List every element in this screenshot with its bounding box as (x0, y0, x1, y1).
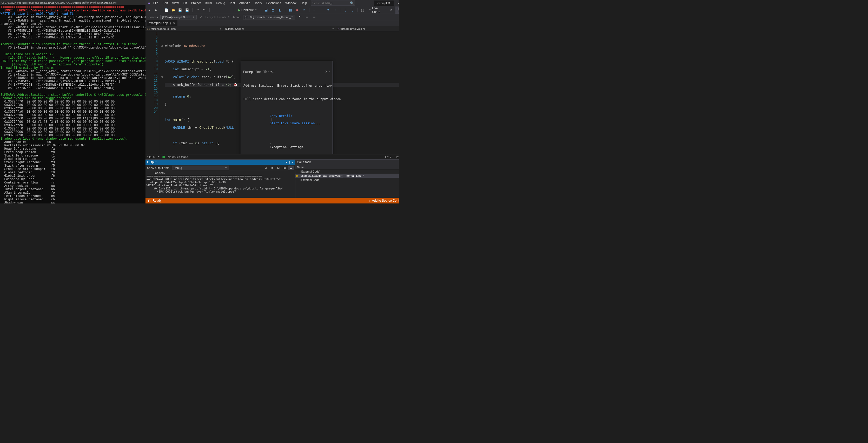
menu-debug[interactable]: Debug (214, 1, 227, 5)
callstack-row[interactable]: [External Code] (296, 169, 399, 174)
console-titlebar[interactable]: ⧉ C:\MSDN\cpp-docs-pr\docs\c-language\AS… (0, 0, 146, 5)
menu-edit[interactable]: Edit (160, 1, 170, 5)
status-col[interactable]: Ch: 1 (395, 156, 399, 159)
status-line[interactable]: Ln: 7 (385, 156, 392, 159)
continue-button[interactable]: ▶ Continue ▼ (237, 7, 258, 13)
output-opt-icon2[interactable]: ⊞ (282, 166, 287, 170)
new-file-icon[interactable]: 📄 (164, 7, 169, 13)
vs-titlebar: ◈ FileEditViewGitProjectBuildDebugTestAn… (146, 0, 399, 6)
zoom-chevron-icon[interactable]: ▼ (158, 156, 160, 158)
step-into-icon[interactable]: ↓ (318, 7, 324, 13)
status-ok-icon (162, 156, 165, 158)
close-icon[interactable]: ✕ (173, 22, 175, 25)
output-text[interactable]: loaded. ================================… (146, 171, 295, 198)
thread-flag-icon[interactable]: ⚑ (297, 14, 302, 20)
menu-project[interactable]: Project (189, 1, 203, 5)
chevron-down-icon: ▼ (220, 28, 222, 30)
auto-scroll-icon[interactable]: ⬓ (288, 166, 293, 170)
open-file-icon[interactable]: 📂 (171, 7, 176, 13)
restart-icon[interactable]: ⟳ (301, 7, 307, 13)
output-from-label: Show output from: (147, 166, 170, 169)
exception-message: Address Sanitizer Error: Stack buffer un… (241, 82, 332, 89)
menu-file[interactable]: File (151, 1, 160, 5)
quick-search[interactable]: 🔍 (311, 1, 355, 6)
code-context-bar: ⬚ Miscellaneous Files ▼ (Global Scope) ▼… (146, 26, 399, 32)
redo-icon[interactable]: ↷ (202, 7, 207, 13)
context-project[interactable]: ⬚ Miscellaneous Files ▼ (146, 26, 223, 31)
feedback-icon[interactable]: ☺ (389, 7, 394, 13)
context-project-label: Miscellaneous Files (151, 27, 176, 30)
callstack-row[interactable]: ▶ example3.exe!thread_proc(void * __form… (296, 174, 399, 178)
popup-pin-icon[interactable]: ⚲ (325, 70, 327, 73)
callstack-rows[interactable]: [External Code] ▶ example3.exe!thread_pr… (296, 169, 399, 198)
output-opt-icon[interactable]: ⊟ (276, 166, 281, 170)
context-member[interactable]: ◇ thread_proc(void *) ▼ (336, 26, 399, 31)
menu-extensions[interactable]: Extensions (264, 1, 283, 5)
save-all-icon[interactable]: 💾 (184, 7, 190, 13)
panel-dropdown-icon[interactable]: ▼ (285, 161, 288, 164)
pause-icon[interactable]: ▮▮ (288, 7, 293, 13)
nav-back-button[interactable]: ◄ (147, 7, 152, 13)
current-frame-icon: ▶ (297, 174, 300, 177)
menu-view[interactable]: View (170, 1, 181, 5)
add-src-control-icon[interactable]: ↑ (369, 199, 370, 202)
process-label: Process: (148, 15, 159, 19)
menu-analyze[interactable]: Analyze (237, 1, 252, 5)
bottom-panels: Output ▼ ⚲ ✕ Show output from: Debug ▼ ⊘ (146, 159, 399, 198)
undo-icon[interactable]: ↶ (195, 7, 200, 13)
output-from-dropdown[interactable]: Debug ▼ (172, 166, 229, 170)
debug-extra-1[interactable]: ⋮ (343, 7, 348, 13)
minimize-button[interactable]: — (396, 2, 399, 5)
start-liveshare-link[interactable]: Start Live Share session... (270, 122, 320, 125)
pin-icon[interactable]: ⚲ (169, 22, 172, 25)
live-share-button[interactable]: ⇪ Live Share (367, 6, 387, 14)
nav-fwd-button[interactable]: ► (154, 7, 159, 13)
clear-output-icon[interactable]: ⊘ (264, 166, 269, 170)
debug-icon-3[interactable]: ◧ (277, 7, 283, 13)
panel-close-icon[interactable]: ✕ (291, 161, 293, 164)
console-output[interactable]: ========================================… (0, 5, 146, 203)
tab-example3[interactable]: example3.cpp ⚲ ✕ (147, 20, 178, 26)
exception-title: Exception Thrown (243, 70, 275, 74)
callstack-title: Call Stack (297, 160, 311, 164)
debug-icon-1[interactable]: ⬓ (264, 7, 269, 13)
status-debug-icon: ◧ (148, 199, 150, 202)
code-content[interactable]: #include <windows.h> DWORD WINAPI thread… (164, 32, 399, 154)
menu-git[interactable]: Git (181, 1, 189, 5)
search-input[interactable] (312, 2, 350, 5)
chevron-down-icon: ▼ (225, 167, 227, 169)
thread-dropdown[interactable]: [13508] example3.exe!asan_thread_ ▼ (243, 15, 295, 20)
save-icon[interactable]: 💾 (178, 7, 183, 13)
debug-icon-2[interactable]: ⬒ (270, 7, 276, 13)
zoom-level[interactable]: 111 % (147, 156, 155, 159)
add-src-control-label[interactable]: Add to Source Control (372, 199, 399, 202)
process-dropdown[interactable]: [19924] example3.exe ▼ (160, 15, 197, 20)
menu-build[interactable]: Build (203, 1, 214, 5)
step-next-icon[interactable]: → (312, 7, 317, 13)
step-out-icon[interactable]: ↑ (332, 7, 338, 13)
menu-window[interactable]: Window (283, 1, 299, 5)
menu-help[interactable]: Help (299, 1, 309, 5)
int-preview-badge: INT PREVIEW (396, 6, 399, 14)
error-indicator-icon[interactable] (234, 83, 237, 87)
toggle-wrap-icon[interactable]: ≡ (270, 166, 275, 170)
panel-pin-icon[interactable]: ⚲ (289, 161, 290, 164)
exception-detail: Full error details can be found in the o… (241, 96, 332, 102)
chevron-down-icon: ▼ (332, 28, 334, 30)
menu-test[interactable]: Test (227, 1, 237, 5)
vs-logo-icon: ◈ (147, 1, 151, 5)
step-over-icon[interactable]: ↷ (326, 7, 331, 13)
stop-icon[interactable]: ■ (294, 7, 300, 13)
exception-settings-header[interactable]: ▾ Exception Settings (241, 137, 332, 154)
popup-close-icon[interactable]: ✕ (329, 70, 330, 73)
live-share-label: Live Share (372, 6, 385, 14)
debug-extra-2[interactable]: ⋮ (350, 7, 355, 13)
copy-details-link[interactable]: Copy Details (270, 114, 292, 118)
menu-tools[interactable]: Tools (252, 1, 264, 5)
col-name-header[interactable]: Name (296, 166, 399, 169)
callstack-row[interactable]: [External Code] (296, 178, 399, 182)
debug-extra-3[interactable]: ⬚ (360, 7, 365, 13)
code-editor[interactable]: 123456789101112131415161718192021 ⊟⊟ #in… (146, 32, 399, 154)
context-scope[interactable]: (Global Scope) ▼ (223, 26, 336, 31)
fold-margin[interactable]: ⊟⊟ (160, 32, 164, 154)
